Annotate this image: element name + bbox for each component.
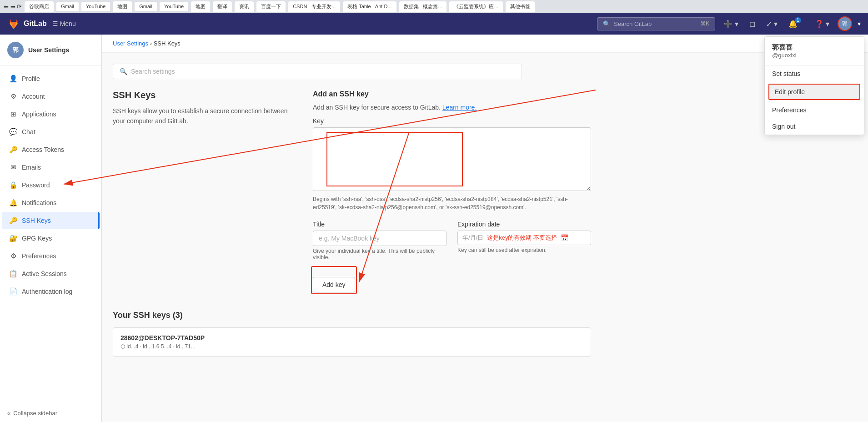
sidebar-item-label: Chat bbox=[22, 128, 35, 136]
sidebar-item-label: Applications bbox=[22, 111, 56, 118]
search-shortcut: ⌘K bbox=[700, 20, 709, 27]
browser-tab[interactable]: YouTube bbox=[81, 2, 110, 11]
settings-search-bar[interactable]: 🔍 bbox=[113, 64, 522, 79]
notifications-button[interactable]: 🔔 1 bbox=[786, 17, 807, 31]
top-nav: GitLab ☰ Menu 🔍 ⌘K ➕ ▾ ◻ ⤢ ▾ 🔔 1 ❓ ▾ 郭 ▾… bbox=[0, 13, 868, 35]
browser-tab[interactable]: YouTube bbox=[160, 2, 188, 11]
gitlab-logo[interactable]: GitLab bbox=[7, 17, 47, 30]
ssh-keys-description: SSH keys allow you to establish a secure… bbox=[113, 106, 295, 126]
applications-icon: ⊞ bbox=[9, 110, 17, 118]
dropdown-username: 郭喜喜 bbox=[772, 43, 857, 52]
emails-icon: ✉ bbox=[9, 163, 17, 171]
content-area: 🔍 SSH Keys SSH keys allow you to establi… bbox=[102, 53, 602, 371]
edit-profile-item[interactable]: Edit profile bbox=[768, 84, 860, 100]
ssh-key-meta: ⬡ id...4 · id...1.6 5...4 · id...71... bbox=[120, 343, 583, 350]
sidebar-item-chat[interactable]: 💬 Chat bbox=[2, 123, 100, 141]
browser-tab[interactable]: 翻译 bbox=[213, 1, 232, 12]
settings-search-input[interactable] bbox=[131, 68, 515, 75]
browser-tab[interactable]: 谷歌商店 bbox=[25, 1, 54, 12]
merge-requests-button[interactable]: ⤢ ▾ bbox=[763, 17, 780, 31]
collapse-sidebar-button[interactable]: « Collapse sidebar bbox=[0, 404, 101, 422]
expiry-note: Key can still be used after expiration. bbox=[457, 247, 591, 253]
sidebar-item-notifications[interactable]: 🔔 Notifications bbox=[2, 194, 100, 211]
preferences-item[interactable]: Preferences bbox=[765, 102, 864, 118]
user-avatar-button[interactable]: 郭 bbox=[838, 16, 852, 31]
sidebar-item-label: Notifications bbox=[22, 199, 56, 206]
browser-tab[interactable]: Gmail bbox=[135, 2, 157, 11]
learn-more-link[interactable]: Learn more. bbox=[442, 104, 477, 111]
preferences-sidebar-icon: ⚙ bbox=[9, 252, 17, 260]
browser-tab[interactable]: 数据集 - 概念篇... bbox=[399, 1, 447, 12]
browser-tab[interactable]: 百度一下 bbox=[256, 1, 286, 12]
browser-tab[interactable]: 表格 Table - Ant D... bbox=[343, 1, 396, 12]
dropdown-handle: @guoxixi bbox=[772, 52, 857, 59]
sidebar-item-account[interactable]: ⚙ Account bbox=[2, 88, 100, 105]
sidebar-item-label: Preferences bbox=[22, 252, 56, 260]
ssh-key-name: 28602@DESKTOP-7TAD50P bbox=[120, 334, 583, 342]
expiry-placeholder: 年/月/日 bbox=[462, 234, 483, 242]
sidebar-item-label: Profile bbox=[22, 75, 40, 82]
browser-tab[interactable]: 地图 bbox=[191, 1, 210, 12]
gitlab-wordmark: GitLab bbox=[24, 20, 47, 28]
sidebar-item-emails[interactable]: ✉ Emails bbox=[2, 159, 100, 176]
sidebar-item-label: Account bbox=[22, 93, 45, 100]
sidebar-item-gpg-keys[interactable]: 🔐 GPG Keys bbox=[2, 230, 100, 247]
search-input[interactable] bbox=[614, 20, 697, 27]
expiry-field-label: Expiration date bbox=[457, 221, 591, 228]
ssh-key-list-item: 28602@DESKTOP-7TAD50P ⬡ id...4 · id...1.… bbox=[113, 327, 591, 357]
sidebar-item-ssh-keys[interactable]: 🔑 SSH Keys bbox=[2, 212, 100, 229]
gpg-keys-icon: 🔐 bbox=[9, 234, 17, 242]
browser-tab[interactable]: CSDN - 专业开发... bbox=[288, 1, 340, 12]
global-search-bar[interactable]: 🔍 ⌘K bbox=[597, 17, 715, 30]
ssh-keys-layout: SSH Keys SSH keys allow you to establish… bbox=[113, 90, 591, 292]
sidebar-item-label: Access Tokens bbox=[22, 146, 64, 153]
new-item-button[interactable]: ➕ ▾ bbox=[721, 17, 741, 31]
browser-tab[interactable]: 其他书签 bbox=[506, 1, 535, 12]
expiry-calendar-icon[interactable]: 📅 bbox=[561, 234, 568, 241]
sidebar-title: User Settings bbox=[28, 46, 69, 54]
search-icon: 🔍 bbox=[603, 20, 610, 27]
expiry-chinese-note: 这是key的有效期 不要选择 bbox=[487, 234, 557, 242]
sidebar-avatar: 郭 bbox=[7, 42, 24, 58]
add-key-button[interactable]: Add key bbox=[313, 277, 355, 292]
sidebar-item-access-tokens[interactable]: 🔑 Access Tokens bbox=[2, 141, 100, 158]
auth-log-icon: 📄 bbox=[9, 287, 17, 296]
app-layout: 郭 User Settings 👤 Profile ⚙ Account ⊞ Ap… bbox=[0, 35, 868, 422]
sidebar-item-password[interactable]: 🔒 Password bbox=[2, 176, 100, 194]
key-field-group: Key Begins with 'ssh-rsa', 'ssh-dss', 'e… bbox=[313, 117, 591, 211]
sidebar-item-profile[interactable]: 👤 Profile bbox=[2, 70, 100, 87]
sidebar-item-label: GPG Keys bbox=[22, 235, 52, 242]
sidebar-item-label: Active Sessions bbox=[22, 270, 67, 277]
browser-tab[interactable]: Gmail bbox=[56, 2, 79, 11]
breadcrumb-separator: › bbox=[150, 40, 154, 47]
menu-button[interactable]: ☰ Menu bbox=[52, 20, 76, 27]
dropdown-user-info: 郭喜喜 @guoxixi bbox=[765, 37, 864, 65]
title-input[interactable] bbox=[313, 231, 447, 246]
sign-out-item[interactable]: Sign out bbox=[765, 118, 864, 135]
collapse-icon: « bbox=[7, 410, 10, 417]
sidebar-item-label: Emails bbox=[22, 164, 41, 171]
add-key-button-wrapper: Add key bbox=[313, 268, 355, 292]
sidebar-item-applications[interactable]: ⊞ Applications bbox=[2, 106, 100, 123]
breadcrumb: User Settings › SSH Keys bbox=[102, 35, 868, 53]
title-field-group: Title Give your individual key a title. … bbox=[313, 221, 447, 261]
set-status-item[interactable]: Set status bbox=[765, 65, 864, 82]
browser-tab[interactable]: 资讯 bbox=[235, 1, 254, 12]
search-settings-icon: 🔍 bbox=[120, 68, 127, 75]
browser-tab[interactable]: 地图 bbox=[113, 1, 132, 12]
notifications-icon: 🔔 bbox=[9, 199, 17, 207]
avatar-dropdown-arrow[interactable]: ▾ bbox=[858, 20, 861, 27]
sidebar-item-auth-log[interactable]: 📄 Authentication log bbox=[2, 283, 100, 300]
issues-button[interactable]: ◻ bbox=[747, 17, 758, 31]
your-ssh-keys-section: Your SSH keys (3) 28602@DESKTOP-7TAD50P … bbox=[113, 311, 591, 357]
browser-tab[interactable]: 《云监管系统》应... bbox=[449, 1, 502, 12]
form-row-title-expiry: Title Give your individual key a title. … bbox=[313, 221, 591, 261]
expiry-field-group: Expiration date 年/月/日 这是key的有效期 不要选择 📅 K… bbox=[457, 221, 591, 261]
sidebar-item-active-sessions[interactable]: 📋 Active Sessions bbox=[2, 265, 100, 282]
help-button[interactable]: ❓ ▾ bbox=[812, 17, 832, 31]
sidebar-item-preferences[interactable]: ⚙ Preferences bbox=[2, 247, 100, 265]
key-textarea[interactable] bbox=[313, 127, 591, 191]
breadcrumb-parent-link[interactable]: User Settings bbox=[113, 40, 148, 47]
breadcrumb-current: SSH Keys bbox=[154, 40, 181, 47]
add-ssh-key-title: Add an SSH key bbox=[313, 90, 591, 98]
